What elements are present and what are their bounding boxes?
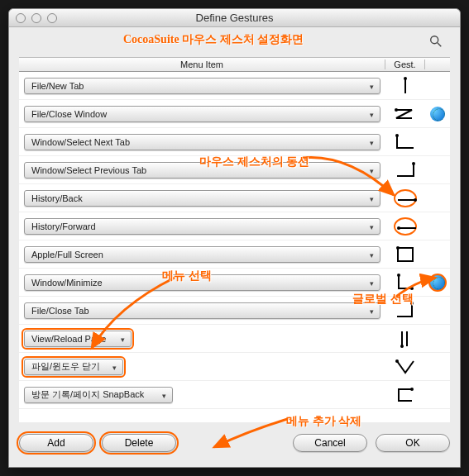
global-toggle[interactable] — [425, 269, 450, 296]
ok-button[interactable]: OK — [376, 434, 450, 452]
chevron-down-icon — [366, 250, 376, 261]
define-gestures-window: Define Gestures CocoaSuite 마우스 제스처 설정화면 … — [8, 8, 461, 468]
gesture-row: Apple/Full Screen — [19, 240, 450, 269]
column-headers: Menu Item Gest. — [19, 57, 450, 72]
dropdown-label: History/Back — [31, 193, 83, 203]
gesture-preview[interactable] — [385, 100, 425, 127]
chevron-down-icon — [366, 193, 376, 205]
dropdown-label: Window/Select Previous Tab — [31, 165, 146, 175]
chevron-down-icon — [366, 137, 376, 149]
gesture-row: File/New Tab — [19, 72, 450, 100]
globe-icon — [428, 274, 447, 292]
global-toggle[interactable] — [425, 212, 450, 240]
menu-item-dropdown[interactable]: Window/Select Next Tab — [24, 134, 380, 150]
menu-item-dropdown[interactable]: Window/Minimize — [24, 274, 380, 291]
gesture-preview[interactable] — [385, 156, 425, 183]
add-button[interactable]: Add — [19, 434, 93, 452]
search-icon[interactable] — [428, 34, 443, 49]
global-toggle[interactable] — [425, 156, 450, 183]
close-window-button[interactable] — [16, 13, 26, 23]
menu-item-dropdown[interactable]: File/Close Tab — [24, 302, 380, 319]
gesture-preview[interactable] — [385, 353, 425, 380]
gesture-row: 방문 기록/페이지 SnapBack — [19, 381, 450, 409]
gesture-row: Window/Minimize — [19, 269, 450, 297]
gesture-row: File/Close Window — [19, 100, 450, 128]
gesture-preview[interactable] — [385, 297, 425, 324]
global-toggle[interactable] — [425, 325, 450, 352]
global-toggle[interactable] — [425, 297, 450, 324]
chevron-down-icon — [159, 390, 169, 402]
gesture-row: 파일/윈도우 닫기 — [19, 353, 450, 381]
dropdown-label: Apple/Full Screen — [31, 250, 103, 259]
gesture-preview[interactable] — [385, 325, 425, 352]
globe-icon — [430, 107, 445, 121]
svg-rect-5 — [398, 248, 413, 261]
global-toggle[interactable] — [425, 128, 450, 155]
gesture-row: History/Forward — [19, 212, 450, 240]
menu-item-dropdown[interactable]: File/Close Window — [24, 106, 380, 122]
svg-point-3 — [395, 134, 399, 137]
minimize-window-button[interactable] — [31, 13, 41, 23]
gesture-list: File/New TabFile/Close WindowWindow/Sele… — [19, 72, 450, 422]
svg-point-9 — [410, 302, 414, 305]
menu-item-dropdown[interactable]: View/Reload Page — [24, 331, 132, 347]
chevron-down-icon — [366, 221, 376, 233]
annotation-main: CocoaSuite 마우스 제스처 설정화면 — [123, 32, 304, 47]
gesture-preview[interactable] — [385, 269, 425, 296]
gesture-row: View/Reload Page — [19, 325, 450, 353]
svg-point-2 — [395, 108, 398, 112]
menu-item-dropdown[interactable]: History/Forward — [24, 218, 380, 235]
svg-point-6 — [396, 246, 400, 250]
dropdown-label: File/New Tab — [31, 81, 84, 91]
dropdown-label: 방문 기록/페이지 SnapBack — [31, 388, 144, 401]
global-toggle[interactable] — [425, 381, 450, 408]
traffic-lights — [16, 13, 57, 23]
menu-item-dropdown[interactable]: File/New Tab — [24, 78, 380, 94]
gesture-preview[interactable] — [385, 128, 425, 155]
svg-point-0 — [431, 36, 438, 44]
global-toggle[interactable] — [425, 72, 450, 99]
dropdown-label: History/Forward — [31, 221, 96, 231]
global-toggle[interactable] — [425, 184, 450, 212]
gesture-preview[interactable] — [385, 184, 425, 212]
svg-point-13 — [395, 359, 399, 363]
menu-item-dropdown[interactable]: History/Back — [24, 190, 380, 207]
dropdown-label: Window/Select Next Tab — [31, 137, 130, 147]
svg-point-7 — [397, 274, 400, 277]
menu-item-dropdown[interactable]: 방문 기록/페이지 SnapBack — [24, 387, 173, 403]
menu-item-dropdown[interactable]: Window/Select Previous Tab — [24, 162, 380, 178]
gesture-row: Window/Select Next Tab — [19, 128, 450, 156]
svg-point-14 — [410, 388, 414, 391]
dropdown-label: Window/Minimize — [31, 278, 103, 288]
cancel-button[interactable]: Cancel — [293, 434, 367, 452]
gesture-preview[interactable] — [385, 72, 425, 99]
dropdown-label: File/Close Tab — [31, 306, 89, 316]
chevron-down-icon — [366, 278, 376, 289]
gesture-row: Window/Select Previous Tab — [19, 156, 450, 184]
svg-point-12 — [400, 345, 404, 348]
header-gesture: Gest. — [385, 60, 425, 69]
gesture-preview[interactable] — [385, 212, 425, 240]
global-toggle[interactable] — [425, 100, 450, 127]
svg-point-8 — [410, 287, 414, 290]
global-toggle[interactable] — [425, 240, 450, 268]
dropdown-label: View/Reload Page — [31, 334, 106, 344]
menu-item-dropdown[interactable]: 파일/윈도우 닫기 — [24, 359, 123, 375]
gesture-preview[interactable] — [385, 381, 425, 408]
dialog-footer: Add Delete Cancel OK — [9, 422, 460, 467]
global-toggle[interactable] — [425, 353, 450, 380]
gesture-preview[interactable] — [385, 240, 425, 268]
gesture-row: History/Back — [19, 184, 450, 212]
window-title: Define Gestures — [9, 12, 460, 24]
delete-button[interactable]: Delete — [102, 434, 176, 452]
chevron-down-icon — [366, 109, 376, 121]
gesture-row: File/Close Tab — [19, 297, 450, 325]
toolbar-area: CocoaSuite 마우스 제스처 설정화면 — [9, 27, 460, 57]
titlebar: Define Gestures — [9, 9, 460, 27]
dropdown-label: File/Close Window — [31, 109, 107, 119]
menu-item-dropdown[interactable]: Apple/Full Screen — [24, 246, 380, 263]
chevron-down-icon — [117, 334, 127, 345]
dropdown-label: 파일/윈도우 닫기 — [31, 360, 100, 373]
svg-point-4 — [412, 162, 415, 165]
zoom-window-button[interactable] — [47, 13, 57, 23]
